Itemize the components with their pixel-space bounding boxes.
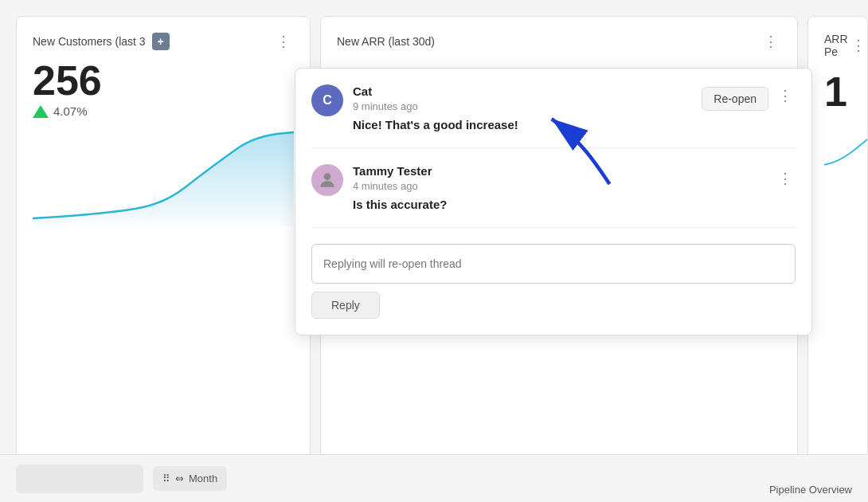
comment-text-tammy: Is this accurate? [353, 198, 796, 211]
card-menu-button-left[interactable]: ⋮ [273, 33, 294, 50]
avatar-cat: C [311, 84, 343, 116]
svg-point-0 [324, 173, 331, 180]
metric-change: 4.07% [33, 104, 294, 118]
comment-text-cat: Nice! That's a good increase! [353, 118, 796, 131]
comment-time-cat: 9 minutes ago [353, 100, 418, 112]
card-title-row: New Customers (last 3 + [33, 33, 170, 50]
metric-value-right: 1 [824, 68, 851, 116]
card-header-left: New Customers (last 3 + ⋮ [33, 33, 294, 50]
chart-area-left [33, 131, 294, 226]
dashboard: New Customers (last 3 + ⋮ 256 4.07% [0, 0, 868, 502]
comment-item-tammy: Tammy Tester 4 minutes ago ⋮ Is this acc… [311, 164, 796, 228]
comment-item-cat: C Cat 9 minutes ago Re-open ⋮ Nice! That… [311, 84, 796, 148]
comment-actions-tammy: ⋮ [775, 170, 796, 187]
grid-icon: ⠿ [162, 473, 170, 484]
resize-icon: ⇔ [175, 473, 184, 484]
comment-author-cat: Cat [353, 84, 372, 98]
add-comment-button[interactable]: + [152, 33, 170, 50]
comment-menu-button-cat[interactable]: ⋮ [775, 87, 796, 104]
card-menu-button-right[interactable]: ⋮ [848, 37, 868, 54]
card-new-customers: New Customers (last 3 + ⋮ 256 4.07% [16, 16, 311, 486]
card-arr-pipeline: ARR Pe ⋮ 1 [807, 16, 868, 486]
card-title-middle: New ARR (last 30d) [337, 35, 435, 48]
right-chart-area [824, 128, 851, 171]
comment-popup: C Cat 9 minutes ago Re-open ⋮ Nice! That… [295, 68, 812, 335]
reply-area: Reply [311, 244, 796, 319]
change-percentage: 4.07% [53, 104, 88, 118]
card-title-right: ARR Pe [824, 33, 848, 58]
reopen-button[interactable]: Re-open [702, 87, 768, 111]
avatar-tammy [311, 164, 343, 196]
comment-actions-cat: Re-open ⋮ [702, 87, 796, 111]
bottom-pill [16, 465, 143, 493]
comment-menu-button-tammy[interactable]: ⋮ [775, 170, 796, 187]
bottom-bar: ⠿ ⇔ Month [0, 454, 868, 502]
comment-header-cat: Cat 9 minutes ago Re-open ⋮ [353, 84, 796, 113]
bottom-month-selector[interactable]: ⠿ ⇔ Month [153, 466, 227, 491]
card-menu-button-middle[interactable]: ⋮ [760, 33, 781, 50]
card-title-left: New Customers (last 3 [33, 35, 146, 48]
user-icon [317, 170, 338, 190]
reply-input[interactable] [311, 244, 796, 284]
comment-author-tammy: Tammy Tester [353, 164, 432, 178]
month-label: Month [189, 473, 217, 484]
metric-value-left: 256 [33, 60, 294, 101]
reply-button[interactable]: Reply [311, 292, 380, 319]
trend-up-icon [33, 105, 49, 118]
card-header-middle: New ARR (last 30d) ⋮ [337, 33, 781, 50]
comment-body-tammy: Tammy Tester 4 minutes ago ⋮ Is this acc… [353, 164, 796, 211]
comment-time-tammy: 4 minutes ago [353, 180, 418, 192]
card-header-right: ARR Pe ⋮ [824, 33, 851, 58]
pipeline-overview-text: Pipeline Overview [769, 484, 852, 496]
comment-body-cat: Cat 9 minutes ago Re-open ⋮ Nice! That's… [353, 84, 796, 131]
comment-header-tammy: Tammy Tester 4 minutes ago ⋮ [353, 164, 796, 193]
